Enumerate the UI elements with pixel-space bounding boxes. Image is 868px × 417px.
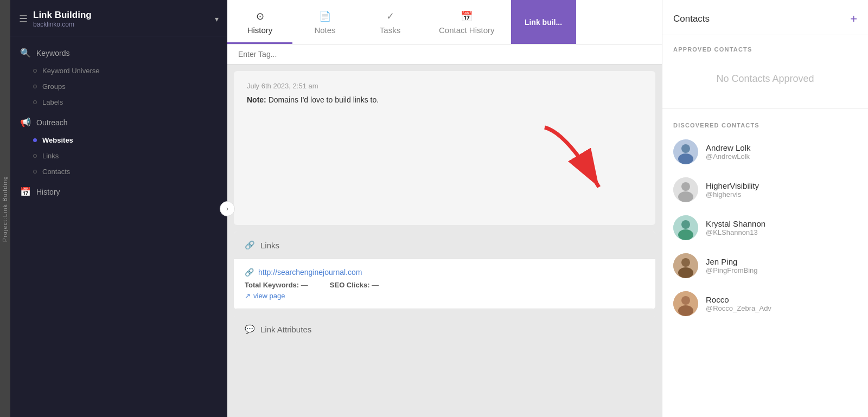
svg-point-12 bbox=[678, 267, 693, 278]
link-attrs-icon: 💬 bbox=[245, 324, 255, 334]
avatar-andrew-lolk bbox=[673, 139, 698, 164]
tag-bar bbox=[227, 44, 662, 65]
contact-info-jen-ping: Jen Ping @PingFromBing bbox=[706, 257, 758, 274]
link-attributes-header: 💬 Link Attributes bbox=[234, 316, 655, 343]
tab-contact-history-label: Contact History bbox=[439, 25, 495, 35]
tab-tasks[interactable]: ✓ Tasks bbox=[358, 0, 423, 44]
approved-contacts-heading: APPROVED CONTACTS bbox=[662, 35, 868, 57]
hamburger-icon[interactable]: ☰ bbox=[19, 13, 28, 25]
note-card: July 6th 2023, 2:51 am Note: Domains I'd… bbox=[234, 71, 655, 225]
sidebar-item-keyword-universe-label: Keyword Universe bbox=[42, 67, 100, 75]
contact-name-jen-ping: Jen Ping bbox=[706, 257, 758, 266]
contact-info-andrew-lolk: Andrew Lolk @AndrewLolk bbox=[706, 143, 751, 161]
sidebar-item-contacts[interactable]: Contacts bbox=[10, 164, 227, 179]
contact-item-andrew-lolk[interactable]: Andrew Lolk @AndrewLolk bbox=[662, 133, 868, 171]
links-section: 🔗 Links 🔗 http://searchenginejournal.com… bbox=[234, 232, 655, 309]
contact-info-rocco: Rocco @Rocco_Zebra_Adv bbox=[706, 295, 771, 312]
sidebar-nav: 🔍 Keywords Keyword Universe Groups Label… bbox=[10, 36, 227, 417]
chevron-down-icon[interactable]: ▾ bbox=[215, 15, 219, 23]
links-icon: 🔗 bbox=[245, 240, 255, 250]
svg-point-15 bbox=[678, 305, 693, 316]
avatar-icon bbox=[673, 215, 698, 240]
tab-tasks-label: Tasks bbox=[380, 25, 400, 35]
tab-contact-history[interactable]: 📅 Contact History bbox=[423, 0, 511, 44]
sidebar-item-labels[interactable]: Labels bbox=[10, 94, 227, 110]
red-arrow-icon bbox=[534, 117, 631, 203]
contact-name-andrew-lolk: Andrew Lolk bbox=[706, 143, 751, 152]
view-page-link[interactable]: ↗ view page bbox=[245, 292, 644, 300]
svg-point-14 bbox=[681, 296, 690, 305]
tab-history[interactable]: ⊙ History bbox=[227, 0, 292, 44]
svg-point-2 bbox=[681, 144, 690, 153]
tab-notes[interactable]: 📄 Notes bbox=[292, 0, 358, 44]
note-prefix: Note: bbox=[247, 95, 266, 104]
link-meta: Total Keywords: — SEO Clicks: — bbox=[245, 281, 644, 289]
sidebar-item-keywords[interactable]: 🔍 Keywords bbox=[10, 43, 227, 63]
sidebar-item-links[interactable]: Links bbox=[10, 148, 227, 164]
contact-info-higher-visibility: HigherVisibility @highervis bbox=[706, 181, 759, 198]
contact-item-krystal-shannon[interactable]: Krystal Shannon @KLShannon13 bbox=[662, 209, 868, 247]
link-url[interactable]: 🔗 http://searchenginejournal.com bbox=[245, 268, 644, 277]
svg-point-5 bbox=[681, 182, 690, 191]
avatar-icon bbox=[673, 253, 698, 278]
tab-link-building[interactable]: Link buil... bbox=[511, 0, 576, 44]
tab-history-label: History bbox=[247, 25, 273, 35]
tag-input[interactable] bbox=[238, 50, 651, 59]
note-date: July 6th 2023, 2:51 am bbox=[247, 82, 642, 90]
tab-notes-label: Notes bbox=[314, 25, 335, 35]
collapse-sidebar-button[interactable]: › bbox=[220, 201, 235, 216]
sidebar-item-keyword-universe[interactable]: Keyword Universe bbox=[10, 63, 227, 79]
contact-item-higher-visibility[interactable]: HigherVisibility @highervis bbox=[662, 171, 868, 209]
svg-point-8 bbox=[681, 220, 690, 229]
outreach-icon: 📢 bbox=[20, 117, 31, 127]
sidebar-item-websites[interactable]: Websites bbox=[10, 132, 227, 148]
sidebar: ☰ Link Building backlinko.com ▾ 🔍 Keywor… bbox=[10, 0, 227, 417]
bullet-icon bbox=[33, 170, 37, 174]
avatar-icon bbox=[673, 291, 698, 316]
project-label: Project:Link Building bbox=[0, 0, 10, 417]
right-panel-header: Contacts + bbox=[662, 0, 868, 35]
app-subtitle: backlinko.com bbox=[33, 21, 92, 28]
sidebar-item-websites-label: Websites bbox=[42, 136, 73, 144]
bullet-icon bbox=[33, 69, 37, 73]
contact-name-rocco: Rocco bbox=[706, 295, 771, 304]
calendar-icon: 📅 bbox=[20, 187, 31, 197]
avatar-higher-visibility bbox=[673, 177, 698, 202]
link-icon: 🔗 bbox=[245, 268, 254, 277]
svg-point-3 bbox=[678, 153, 693, 164]
contact-item-jen-ping[interactable]: Jen Ping @PingFromBing bbox=[662, 247, 868, 285]
content-area: July 6th 2023, 2:51 am Note: Domains I'd… bbox=[227, 65, 662, 417]
add-contact-button[interactable]: + bbox=[850, 12, 857, 26]
avatar-icon bbox=[673, 139, 698, 164]
contact-handle-jen-ping: @PingFromBing bbox=[706, 266, 758, 274]
avatar-rocco bbox=[673, 291, 698, 316]
contact-history-tab-icon: 📅 bbox=[461, 10, 473, 22]
history-tab-icon: ⊙ bbox=[256, 10, 264, 22]
sidebar-item-outreach[interactable]: 📢 Outreach bbox=[10, 112, 227, 132]
sidebar-item-links-label: Links bbox=[42, 152, 59, 160]
sidebar-item-outreach-label: Outreach bbox=[36, 118, 68, 127]
external-link-icon: ↗ bbox=[245, 292, 251, 300]
sidebar-item-labels-label: Labels bbox=[42, 98, 63, 106]
sidebar-item-groups[interactable]: Groups bbox=[10, 79, 227, 94]
discovered-contacts-heading: DISCOVERED CONTACTS bbox=[662, 111, 868, 133]
contact-item-rocco[interactable]: Rocco @Rocco_Zebra_Adv bbox=[662, 285, 868, 323]
notes-tab-icon: 📄 bbox=[319, 10, 331, 22]
note-text: Note: Domains I'd love to build links to… bbox=[247, 94, 642, 106]
contact-name-higher-visibility: HigherVisibility bbox=[706, 181, 759, 190]
avatar-krystal-shannon bbox=[673, 215, 698, 240]
active-bullet-icon bbox=[33, 138, 37, 142]
links-header: 🔗 Links bbox=[234, 232, 655, 259]
bullet-icon bbox=[33, 100, 37, 104]
sidebar-item-history[interactable]: 📅 History bbox=[10, 182, 227, 202]
contact-handle-rocco: @Rocco_Zebra_Adv bbox=[706, 304, 771, 312]
seo-clicks: SEO Clicks: — bbox=[330, 281, 379, 289]
tabs-bar: ⊙ History 📄 Notes ✓ Tasks 📅 Contact Hist… bbox=[227, 0, 662, 44]
total-keywords: Total Keywords: — bbox=[245, 281, 308, 289]
contact-info-krystal-shannon: Krystal Shannon @KLShannon13 bbox=[706, 219, 765, 236]
divider bbox=[662, 108, 868, 109]
link-attrs-label: Link Attributes bbox=[260, 325, 311, 334]
contact-handle-krystal-shannon: @KLShannon13 bbox=[706, 228, 765, 236]
svg-point-9 bbox=[678, 229, 693, 240]
sidebar-item-groups-label: Groups bbox=[42, 82, 66, 91]
